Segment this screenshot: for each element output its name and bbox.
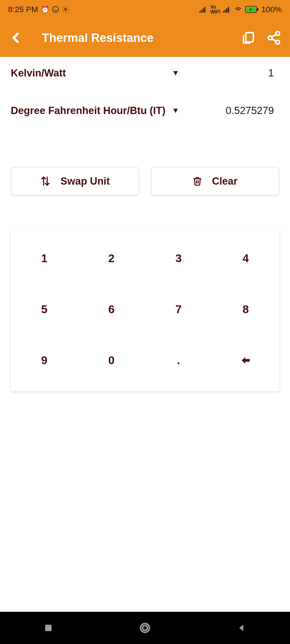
key-backspace[interactable] [212,335,279,386]
status-time: 8:25 PM [8,5,38,14]
svg-rect-19 [45,625,52,631]
svg-rect-2 [200,11,201,13]
clear-label: Clear [212,175,237,187]
key-dot[interactable]: . [145,335,212,386]
page-title: Thermal Resistance [42,31,232,45]
content-area: Kelvin/Watt ▼ 1 Degree Fahrenheit Hour/B… [0,57,290,391]
svg-rect-3 [201,10,202,13]
to-unit-row: Degree Fahrenheit Hour/Btu (IT) ▼ 0.5275… [11,94,279,127]
backspace-icon [239,355,252,366]
system-nav-bar [0,612,290,644]
from-unit-row: Kelvin/Watt ▼ 1 [11,57,279,89]
trash-icon [193,175,202,187]
nav-back[interactable] [234,620,250,636]
from-unit-selector[interactable]: Kelvin/Watt ▼ [11,67,179,79]
svg-rect-4 [203,8,204,13]
svg-point-0 [53,6,59,12]
clear-button[interactable]: Clear [151,167,279,195]
to-value: 0.5275279 [179,105,279,116]
svg-rect-5 [204,7,205,13]
svg-rect-9 [228,7,229,13]
svg-line-18 [272,39,276,41]
signal-icon-2 [223,6,231,13]
svg-rect-11 [257,8,258,11]
svg-point-14 [276,32,280,35]
svg-point-21 [143,625,147,630]
key-3[interactable]: 3 [145,233,212,284]
key-6[interactable]: 6 [78,284,145,335]
svg-rect-8 [226,8,227,13]
key-4[interactable]: 4 [212,233,279,284]
key-1[interactable]: 1 [11,233,78,284]
svg-rect-6 [223,11,224,13]
whatsapp-icon [52,6,59,13]
from-value[interactable]: 1 [179,67,279,79]
swap-label: Swap Unit [60,175,110,187]
svg-point-16 [276,40,280,44]
status-bar: 8:25 PM ⏰ VoWiFi 100% [0,0,290,19]
settings-sync-icon [62,6,69,13]
from-unit-label: Kelvin/Watt [11,67,166,79]
share-button[interactable] [264,28,284,47]
to-unit-selector[interactable]: Degree Fahrenheit Hour/Btu (IT) ▼ [11,105,179,116]
nav-home[interactable] [137,620,153,636]
svg-point-15 [268,36,272,40]
signal-icon [200,6,208,13]
svg-rect-13 [246,33,253,42]
status-right: VoWiFi 100% [200,5,282,14]
key-8[interactable]: 8 [212,284,279,335]
key-2[interactable]: 2 [78,233,145,284]
nav-recent[interactable] [40,620,56,636]
vowifi-icon: VoWiFi [210,5,220,14]
chevron-down-icon: ▼ [172,69,179,77]
key-9[interactable]: 9 [11,335,78,386]
app-bar: Thermal Resistance [0,19,290,57]
key-7[interactable]: 7 [145,284,212,335]
chevron-down-icon: ▼ [172,106,179,115]
svg-rect-7 [225,10,226,13]
battery-percent: 100% [261,5,282,14]
alarm-icon: ⏰ [41,5,49,14]
svg-line-17 [272,34,276,37]
numeric-keypad: 1 2 3 4 5 6 7 8 9 0 . [11,228,279,391]
key-0[interactable]: 0 [78,335,145,386]
swap-icon [40,175,51,187]
to-unit-label: Degree Fahrenheit Hour/Btu (IT) [11,105,166,116]
back-button[interactable] [6,28,26,47]
swap-unit-button[interactable]: Swap Unit [11,167,139,195]
key-5[interactable]: 5 [11,284,78,335]
copy-button[interactable] [238,28,258,47]
action-buttons: Swap Unit Clear [11,167,279,195]
svg-point-1 [64,9,66,10]
battery-icon [245,6,259,13]
wifi-icon [234,6,242,13]
status-left: 8:25 PM ⏰ [8,5,69,14]
